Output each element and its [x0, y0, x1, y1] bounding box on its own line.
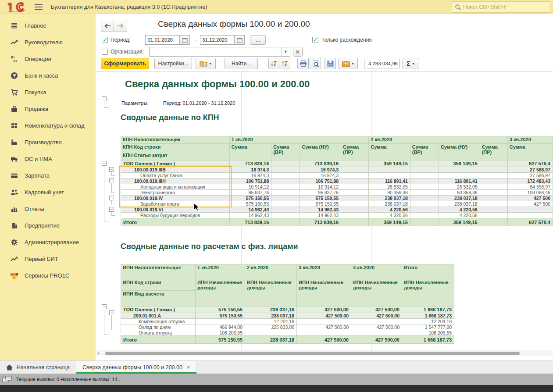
- sidebar-item-pokupka[interactable]: Покупка: [0, 84, 96, 100]
- kpn-cell[interactable]: 359 149,15: [439, 160, 480, 167]
- kpn-cell[interactable]: [480, 213, 507, 218]
- kpn-cell[interactable]: 14 962,43: [300, 207, 341, 213]
- print-preview-button[interactable]: [310, 58, 321, 69]
- kpn-cell[interactable]: 16 974,3: [229, 167, 271, 173]
- kpn-row-label[interactable]: 100.00.019.IV: [121, 196, 230, 201]
- kpn-cell[interactable]: 4 220,56: [439, 213, 480, 218]
- kpn-row-label[interactable]: 100.00.019.IIIН: [121, 178, 230, 184]
- kpn-cell[interactable]: [410, 207, 439, 213]
- sidebar-item-zarplata[interactable]: Зарплата: [0, 167, 96, 184]
- kpn-cell[interactable]: 16 974,3: [300, 173, 341, 178]
- forward-button[interactable]: [114, 20, 127, 32]
- sidebar-item-servisy-pro1c[interactable]: PRO1ССервисы PRO1C: [0, 267, 96, 284]
- ipn-row-label[interactable]: Итого: [121, 336, 196, 344]
- ipn-cell[interactable]: 575 150,55: [196, 306, 245, 313]
- kpn-cell[interactable]: [271, 201, 300, 207]
- sidebar-item-kadrovyj-uchet[interactable]: Кадровый учет: [0, 184, 96, 200]
- kpn-cell[interactable]: [439, 173, 480, 178]
- kpn-cell[interactable]: 10 914,12: [229, 184, 271, 190]
- kpn-cell[interactable]: 27 586,97: [507, 173, 553, 178]
- autosum-button[interactable]: Σ ▼: [403, 58, 419, 69]
- collapse-groups-button[interactable]: [268, 58, 279, 69]
- organization-clear-button[interactable]: [293, 47, 303, 57]
- kpn-cell[interactable]: [341, 190, 369, 196]
- kpn-cell[interactable]: 108 086,46: [507, 190, 553, 196]
- kpn-cell[interactable]: 26 532,05: [369, 184, 410, 190]
- kpn-cell[interactable]: [341, 167, 369, 173]
- sidebar-item-bank-i-kassa[interactable]: Банк и касса: [0, 67, 96, 84]
- kpn-cell[interactable]: 359 149,15: [369, 160, 410, 167]
- kpn-cell[interactable]: [480, 178, 507, 184]
- kpn-cell[interactable]: 116 891,41: [439, 178, 480, 184]
- kpn-cell[interactable]: 116 891,41: [369, 178, 410, 184]
- ipn-cell[interactable]: 427 500,00: [351, 324, 402, 330]
- ipn-row-label[interactable]: 200.01.001.А: [121, 313, 196, 319]
- kpn-cell[interactable]: [271, 196, 300, 201]
- kpn-cell[interactable]: 4 220,56: [369, 207, 410, 213]
- kpn-cell[interactable]: [271, 173, 300, 178]
- ipn-cell[interactable]: 427 500,00: [297, 306, 351, 313]
- ipn-cell[interactable]: 225 833,00: [245, 324, 297, 330]
- kpn-cell[interactable]: 575 150,55: [229, 201, 271, 207]
- kpn-cell[interactable]: [271, 190, 300, 196]
- kpn-cell[interactable]: 27 586,97: [507, 167, 553, 173]
- tab-report[interactable]: Сверка данных формы 100.00 и 200.00 ×: [76, 361, 197, 374]
- sidebar-item-nomenklatura-i-sklad[interactable]: Номенклатура и склад: [0, 117, 96, 134]
- kpn-cell[interactable]: [410, 160, 439, 167]
- horizontal-scrollbar[interactable]: ◄: [96, 350, 553, 356]
- ipn-cell[interactable]: 466 944,00: [196, 324, 245, 330]
- kpn-cell[interactable]: [480, 184, 507, 190]
- autosum-value-field[interactable]: [364, 59, 400, 68]
- kpn-cell[interactable]: [410, 196, 439, 201]
- ipn-cell[interactable]: [297, 330, 351, 336]
- kpn-cell[interactable]: 14 962,43: [229, 207, 271, 213]
- kpn-cell[interactable]: 16 974,3: [300, 167, 341, 173]
- ipn-cell[interactable]: 238 037,18: [245, 306, 297, 313]
- ipn-cell[interactable]: 575 150,55: [196, 336, 245, 344]
- ipn-row-label[interactable]: ТОО Gamma ( Гамма ): [121, 306, 196, 313]
- main-menu-icon[interactable]: [34, 4, 43, 11]
- kpn-cell[interactable]: [410, 190, 439, 196]
- calendar-button-from[interactable]: [179, 35, 190, 45]
- kpn-cell[interactable]: 64 396,97: [507, 184, 553, 190]
- period-more-button[interactable]: ...: [250, 35, 266, 45]
- kpn-cell[interactable]: [341, 196, 369, 201]
- sidebar-item-otchety[interactable]: Отчеты: [0, 200, 96, 217]
- kpn-row-label[interactable]: ТОО Gamma ( Гамма ): [121, 160, 230, 167]
- save-button[interactable]: [325, 58, 336, 69]
- kpn-cell[interactable]: 359 149,15: [369, 218, 410, 226]
- send-mail-button[interactable]: ▼: [339, 58, 358, 69]
- kpn-cell[interactable]: [341, 201, 369, 207]
- kpn-cell[interactable]: [480, 167, 507, 173]
- kpn-cell[interactable]: 172 483,43: [507, 178, 553, 184]
- kpn-row-label[interactable]: Холодная вода и канализация: [121, 184, 230, 190]
- kpn-cell[interactable]: [341, 218, 369, 226]
- ipn-cell[interactable]: 12 204,18: [402, 319, 454, 324]
- kpn-cell[interactable]: [410, 167, 439, 173]
- kpn-cell[interactable]: 713 839,16: [300, 218, 341, 226]
- ipn-cell[interactable]: 1 668 187,73: [402, 313, 454, 319]
- kpn-cell[interactable]: 575 150,55: [229, 196, 271, 201]
- group-collapse-button[interactable]: −: [109, 167, 114, 172]
- period-to-input[interactable]: [200, 35, 234, 45]
- ipn-cell[interactable]: 238 037,18: [245, 313, 297, 319]
- ipn-cell[interactable]: [196, 319, 245, 324]
- calendar-button-to[interactable]: [234, 35, 245, 45]
- settings-button[interactable]: Настройки...: [154, 58, 192, 69]
- kpn-cell[interactable]: 238 037,18: [369, 201, 410, 207]
- kpn-cell[interactable]: [480, 196, 507, 201]
- ipn-row-label[interactable]: Оплата отпуска: [121, 330, 196, 336]
- kpn-cell[interactable]: [410, 213, 439, 218]
- kpn-cell[interactable]: [271, 213, 300, 218]
- kpn-cell[interactable]: 713 839,16: [300, 160, 341, 167]
- kpn-cell[interactable]: [341, 178, 369, 184]
- ipn-cell[interactable]: 427 500,00: [297, 324, 351, 330]
- ipn-cell[interactable]: 575 150,55: [196, 313, 245, 319]
- kpn-cell[interactable]: 95 837,76: [300, 190, 341, 196]
- kpn-cell[interactable]: 238 037,18: [439, 196, 480, 201]
- ipn-cell[interactable]: 427 500,00: [351, 336, 402, 344]
- ipn-cell[interactable]: 427 500,00: [351, 306, 402, 313]
- kpn-cell[interactable]: 627 570,4: [507, 160, 553, 167]
- organization-combo[interactable]: ▼: [149, 47, 290, 57]
- search-input[interactable]: [463, 4, 542, 10]
